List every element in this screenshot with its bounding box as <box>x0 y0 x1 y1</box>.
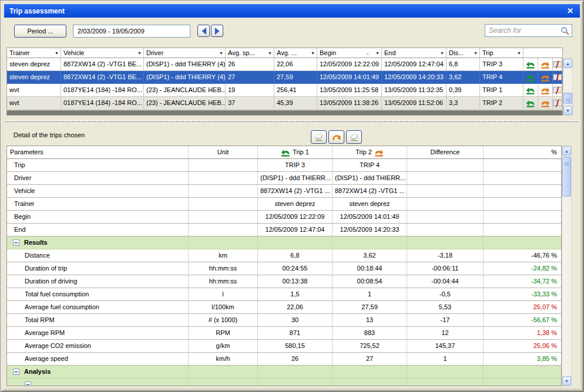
collapse-icon[interactable]: − <box>13 369 19 375</box>
scroll-down-button[interactable]: ▼ <box>563 106 572 115</box>
orange-arrow-icon <box>541 99 550 107</box>
close-button[interactable]: ✕ <box>566 6 575 15</box>
compare-button[interactable] <box>553 58 562 71</box>
header-percent: % <box>484 146 562 159</box>
swap-trips-button[interactable] <box>328 130 344 144</box>
green-arrow-icon <box>526 73 535 82</box>
compare-button[interactable] <box>553 97 562 110</box>
detail-section-label: Detail of the trips chosen <box>14 131 85 138</box>
filter-dropdown-icon[interactable]: ▼ <box>135 51 142 55</box>
set-as-trip2-button[interactable] <box>538 58 553 71</box>
scroll-up-button[interactable]: ▲ <box>563 59 572 68</box>
detail-row: TripTRIP 3TRIP 4 <box>7 159 561 172</box>
driver-cell: (DISP1) - ddd THIERRY (4) <box>144 58 226 71</box>
begin-cell: 13/05/2009 11:25:58 <box>317 84 382 97</box>
clear-trip1-button[interactable] <box>311 130 327 144</box>
collapse-icon[interactable]: − <box>25 381 31 386</box>
date-range-field[interactable]: 2/03/2009 - 19/05/2009 <box>73 25 190 38</box>
trainer-cell: wvt <box>7 97 61 110</box>
compare-button[interactable] <box>553 71 562 84</box>
detail-row: Average fuel consumptionl/100km22,0627,5… <box>7 301 561 314</box>
trainer-cell: steven deprez <box>7 58 61 71</box>
filter-dropdown-icon[interactable]: ▼ <box>266 51 272 55</box>
scroll-down-button[interactable]: ▼ <box>562 376 571 386</box>
orange-arrow-icon <box>541 73 550 82</box>
trainer-cell: wvt <box>7 84 61 97</box>
trip-cell: TRIP 3 <box>480 58 523 71</box>
set-as-trip1-button[interactable] <box>523 71 538 84</box>
set-as-trip2-button[interactable] <box>538 97 553 110</box>
table-row[interactable]: steven deprez 8872XW14 (2) -VTG1 BE... (… <box>7 58 562 71</box>
column-header-distance[interactable]: Dis...▼ <box>447 48 480 58</box>
horizontal-splitter[interactable] <box>5 120 580 123</box>
distance-cell: 0,39 <box>447 84 480 97</box>
table-row[interactable]: wvt 0187YE14 (184) -184 RO... (23) - JEA… <box>7 84 562 97</box>
search-input[interactable]: Search for <box>485 24 572 37</box>
begin-cell: 12/05/2009 12:22:09 <box>317 58 382 71</box>
column-header-trainer[interactable]: Trainer▼ <box>7 48 61 58</box>
filter-dropdown-icon[interactable]: ▼ <box>373 51 380 55</box>
scrollbar-thumb[interactable] <box>562 157 571 197</box>
group-row-analysis: −Analysis <box>7 366 561 379</box>
detail-row: Distancekm6,83,62-3,18-46,76 % <box>7 249 561 262</box>
collapse-icon[interactable]: − <box>13 239 19 246</box>
trip-cell: TRIP 4 <box>480 71 523 84</box>
filter-dropdown-icon[interactable]: ▼ <box>438 51 444 55</box>
set-as-trip2-button[interactable] <box>538 71 553 84</box>
arrow-left-icon <box>199 27 209 35</box>
avg-cell: 22,06 <box>274 58 317 71</box>
clear-trip2-button[interactable] <box>346 130 362 144</box>
column-header-driver[interactable]: Driver▼ <box>144 48 226 58</box>
end-cell: 12/05/2009 14:20:33 <box>382 71 447 84</box>
detail-row: Trainersteven deprezsteven deprez <box>7 198 561 211</box>
set-as-trip1-button[interactable] <box>523 58 538 71</box>
filter-dropdown-icon[interactable]: ▼ <box>52 51 59 55</box>
trips-table-scrollbar[interactable]: ▲ ▼ <box>563 58 573 116</box>
end-cell: 13/05/2009 11:32:35 <box>382 84 447 97</box>
filter-dropdown-icon[interactable]: ▼ <box>217 51 223 55</box>
detail-table-scrollbar[interactable]: ▲ ▼ <box>562 146 572 386</box>
avg-speed-cell: 19 <box>226 84 274 97</box>
column-header-trip[interactable]: Trip▼ <box>480 48 523 58</box>
detail-table-header: Parameters Unit Trip 1 Trip 2 Difference… <box>7 146 561 159</box>
trainer-cell: steven deprez <box>7 71 61 84</box>
filter-dropdown-icon[interactable]: ▼ <box>308 51 315 55</box>
driver-cell: (DISP1) - ddd THIERRY (4) <box>144 71 226 84</box>
end-cell: 13/05/2009 11:52:06 <box>382 97 447 110</box>
avg-speed-cell: 37 <box>226 97 274 110</box>
filter-dropdown-icon[interactable]: ▼ <box>515 51 521 55</box>
next-period-button[interactable] <box>211 25 223 37</box>
column-header-avg[interactable]: Avg. ...▼ <box>274 48 317 58</box>
driver-cell: (23) - JEANCLAUDE HEB... <box>144 84 226 97</box>
scroll-up-button[interactable]: ▲ <box>562 146 571 156</box>
search-icon[interactable] <box>560 26 569 35</box>
column-header-end[interactable]: End▼ <box>382 48 447 58</box>
previous-period-button[interactable] <box>197 25 210 37</box>
column-header-avg-speed[interactable]: Avg. sp...▼ <box>226 48 274 58</box>
avg-cell: 45,39 <box>274 97 317 110</box>
trips-table: Trainer▼ Vehicle▼ Driver▼ Avg. sp...▼ Av… <box>6 48 563 110</box>
group-row-partial: − <box>7 379 561 386</box>
compare-icon <box>553 73 562 82</box>
green-arrow-icon <box>526 99 535 107</box>
orange-arrow-icon <box>541 86 550 94</box>
period-button[interactable]: Period ... <box>14 25 66 38</box>
detail-table: Parameters Unit Trip 1 Trip 2 Difference… <box>6 146 562 386</box>
column-header-vehicle[interactable]: Vehicle▼ <box>61 48 144 58</box>
scrollbar-thumb[interactable] <box>563 93 572 104</box>
table-row-selected[interactable]: steven deprez 8872XW14 (2) -VTG1 BE... (… <box>7 71 562 84</box>
set-as-trip2-button[interactable] <box>538 84 553 97</box>
avg-speed-cell: 26 <box>226 58 274 71</box>
trip-assessment-window: Trip assessment ✕ Period ... 2/03/2009 -… <box>0 0 584 392</box>
set-as-trip1-button[interactable] <box>523 84 538 97</box>
detail-row: Driver(DISP1) - ddd THIERR...(DISP1) - d… <box>7 172 561 185</box>
compare-icon <box>553 60 562 69</box>
compare-icon <box>553 86 562 94</box>
table-row[interactable]: wvt 0187YE14 (184) -184 RO... (23) - JEA… <box>7 97 562 110</box>
column-header-begin[interactable]: Begin▲▼ <box>317 48 382 58</box>
set-as-trip1-button[interactable] <box>523 97 538 110</box>
orange-arrow-icon <box>541 60 550 69</box>
compare-button[interactable] <box>553 84 562 97</box>
detail-row: Average speedkm/h262713,85 % <box>7 353 561 366</box>
filter-dropdown-icon[interactable]: ▼ <box>471 51 478 55</box>
